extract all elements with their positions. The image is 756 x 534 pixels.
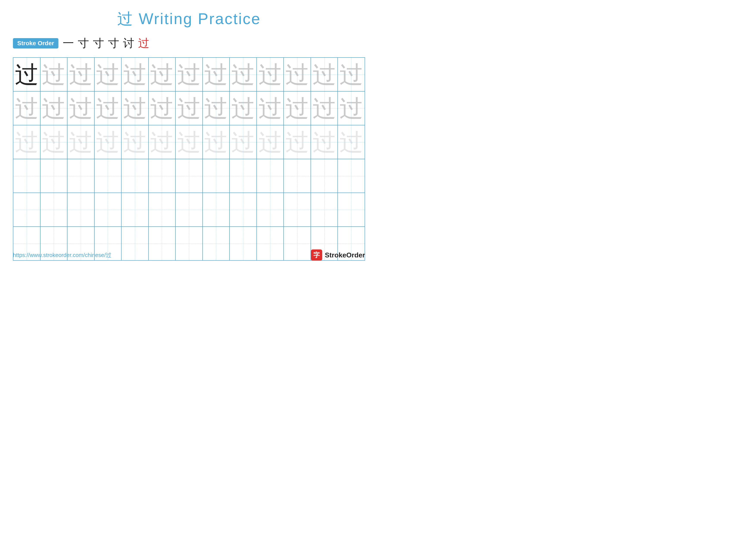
char-ghost: 过 — [339, 96, 363, 120]
page: 过 Writing Practice Stroke Order 一 寸 寸 寸 … — [0, 0, 378, 267]
cell-5-7[interactable] — [176, 193, 203, 226]
cell-2-11: 过 — [284, 91, 311, 125]
char-ghost: 过 — [285, 96, 309, 120]
char-ghost: 过 — [339, 63, 363, 87]
cell-1-12: 过 — [311, 58, 338, 91]
cell-4-1[interactable] — [14, 159, 40, 192]
logo-icon: 字 — [311, 249, 322, 261]
cell-2-7: 过 — [176, 91, 203, 125]
cell-1-6: 过 — [149, 58, 176, 91]
cell-4-13[interactable] — [338, 159, 364, 192]
cell-2-8: 过 — [203, 91, 230, 125]
cell-2-12: 过 — [311, 91, 338, 125]
char-ghost-light: 过 — [123, 130, 147, 154]
char-ghost-light: 过 — [177, 130, 201, 154]
char-ghost: 过 — [69, 96, 93, 120]
char-solid: 过 — [15, 63, 39, 87]
cell-3-1: 过 — [14, 125, 40, 159]
char-ghost: 过 — [150, 96, 174, 120]
stroke-5: 讨 — [123, 36, 134, 51]
grid-row-2: 过 过 过 过 过 过 过 过 过 — [14, 91, 364, 125]
stroke-order-badge: Stroke Order — [13, 38, 58, 48]
cell-3-7: 过 — [176, 125, 203, 159]
cell-4-3[interactable] — [68, 159, 94, 192]
char-ghost-light: 过 — [42, 130, 66, 154]
cell-4-11[interactable] — [284, 159, 311, 192]
cell-5-3[interactable] — [68, 193, 94, 226]
char-ghost-light: 过 — [150, 130, 174, 154]
cell-5-8[interactable] — [203, 193, 230, 226]
cell-5-12[interactable] — [311, 193, 338, 226]
cell-3-3: 过 — [68, 125, 94, 159]
footer-logo: 字 StrokeOrder — [311, 249, 365, 261]
cell-3-9: 过 — [230, 125, 257, 159]
grid-row-4 — [14, 159, 364, 193]
char-ghost: 过 — [312, 63, 336, 87]
cell-4-10[interactable] — [257, 159, 284, 192]
cell-5-9[interactable] — [230, 193, 257, 226]
char-ghost-light: 过 — [96, 130, 120, 154]
cell-3-8: 过 — [203, 125, 230, 159]
cell-1-7: 过 — [176, 58, 203, 91]
footer: https://www.strokeorder.com/chinese/过 字 … — [13, 249, 365, 261]
cell-3-12: 过 — [311, 125, 338, 159]
cell-4-6[interactable] — [149, 159, 176, 192]
char-ghost-light: 过 — [312, 130, 336, 154]
cell-2-5: 过 — [122, 91, 149, 125]
cell-3-2: 过 — [40, 125, 68, 159]
cell-4-12[interactable] — [311, 159, 338, 192]
page-title: 过 Writing Practice — [13, 9, 365, 29]
cell-1-8: 过 — [203, 58, 230, 91]
char-ghost: 过 — [123, 96, 147, 120]
cell-1-13: 过 — [338, 58, 364, 91]
grid-row-5 — [14, 193, 364, 227]
char-ghost: 过 — [177, 63, 201, 87]
char-ghost: 过 — [204, 63, 228, 87]
stroke-2: 寸 — [78, 36, 89, 51]
cell-4-5[interactable] — [122, 159, 149, 192]
grid-row-3: 过 过 过 过 过 过 过 过 过 — [14, 125, 364, 159]
char-ghost-light: 过 — [258, 130, 282, 154]
cell-2-13: 过 — [338, 91, 364, 125]
cell-5-13[interactable] — [338, 193, 364, 226]
cell-5-6[interactable] — [149, 193, 176, 226]
cell-3-6: 过 — [149, 125, 176, 159]
char-ghost-light: 过 — [69, 130, 93, 154]
cell-3-11: 过 — [284, 125, 311, 159]
cell-5-10[interactable] — [257, 193, 284, 226]
char-ghost: 过 — [177, 96, 201, 120]
char-ghost-light: 过 — [231, 130, 255, 154]
cell-5-5[interactable] — [122, 193, 149, 226]
char-ghost: 过 — [123, 63, 147, 87]
char-ghost: 过 — [96, 63, 120, 87]
cell-2-2: 过 — [40, 91, 68, 125]
cell-4-9[interactable] — [230, 159, 257, 192]
cell-1-5: 过 — [122, 58, 149, 91]
cell-4-2[interactable] — [40, 159, 68, 192]
cell-1-3: 过 — [68, 58, 94, 91]
cell-2-4: 过 — [94, 91, 122, 125]
char-ghost: 过 — [150, 63, 174, 87]
cell-2-6: 过 — [149, 91, 176, 125]
char-ghost: 过 — [258, 96, 282, 120]
cell-2-1: 过 — [14, 91, 40, 125]
char-ghost: 过 — [204, 96, 228, 120]
cell-3-13: 过 — [338, 125, 364, 159]
footer-url[interactable]: https://www.strokeorder.com/chinese/过 — [13, 251, 111, 259]
cell-5-11[interactable] — [284, 193, 311, 226]
cell-4-7[interactable] — [176, 159, 203, 192]
stroke-1: 一 — [63, 36, 74, 51]
char-ghost: 过 — [42, 96, 66, 120]
title-char: 过 — [117, 10, 134, 27]
logo-text: StrokeOrder — [325, 251, 365, 259]
cell-4-4[interactable] — [94, 159, 122, 192]
char-ghost: 过 — [231, 63, 255, 87]
cell-5-2[interactable] — [40, 193, 68, 226]
cell-4-8[interactable] — [203, 159, 230, 192]
cell-5-4[interactable] — [94, 193, 122, 226]
cell-5-1[interactable] — [14, 193, 40, 226]
char-ghost: 过 — [42, 63, 66, 87]
cell-2-9: 过 — [230, 91, 257, 125]
char-ghost-light: 过 — [204, 130, 228, 154]
cell-1-11: 过 — [284, 58, 311, 91]
